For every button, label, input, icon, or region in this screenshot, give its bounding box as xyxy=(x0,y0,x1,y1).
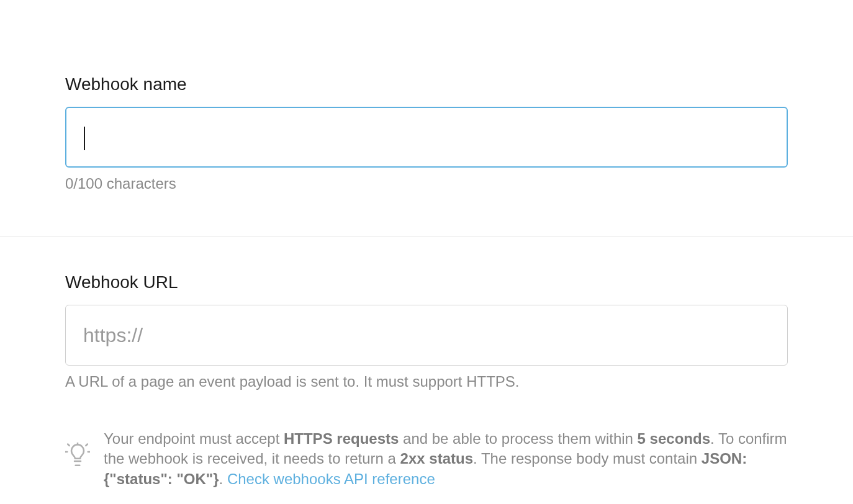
lightbulb-icon xyxy=(65,443,90,470)
api-reference-link[interactable]: Check webhooks API reference xyxy=(227,470,435,487)
text-cursor xyxy=(84,127,85,150)
info-bold3: 2xx status xyxy=(400,450,473,467)
info-text: Your endpoint must accept HTTPS requests… xyxy=(104,429,788,489)
webhook-name-input-wrapper xyxy=(65,107,788,168)
webhook-url-section: Webhook URL A URL of a page an event pay… xyxy=(0,236,853,489)
webhook-name-label: Webhook name xyxy=(65,74,788,94)
info-bold1: HTTPS requests xyxy=(284,430,399,447)
svg-line-1 xyxy=(68,444,70,446)
svg-line-2 xyxy=(86,444,88,446)
webhook-url-helper: A URL of a page an event payload is sent… xyxy=(65,373,788,390)
info-part4: . The response body must contain xyxy=(473,450,702,467)
webhook-url-input[interactable] xyxy=(65,305,788,366)
webhook-name-input[interactable] xyxy=(65,107,788,168)
webhook-name-section: Webhook name 0/100 characters xyxy=(0,0,853,236)
info-part5: . xyxy=(219,470,227,487)
info-box: Your endpoint must accept HTTPS requests… xyxy=(65,429,788,489)
webhook-name-counter: 0/100 characters xyxy=(65,175,788,192)
info-part1: Your endpoint must accept xyxy=(104,430,284,447)
info-bold2: 5 seconds xyxy=(638,430,710,447)
info-part2: and be able to process them within xyxy=(399,430,637,447)
webhook-url-input-wrapper xyxy=(65,305,788,366)
webhook-url-label: Webhook URL xyxy=(65,272,788,292)
